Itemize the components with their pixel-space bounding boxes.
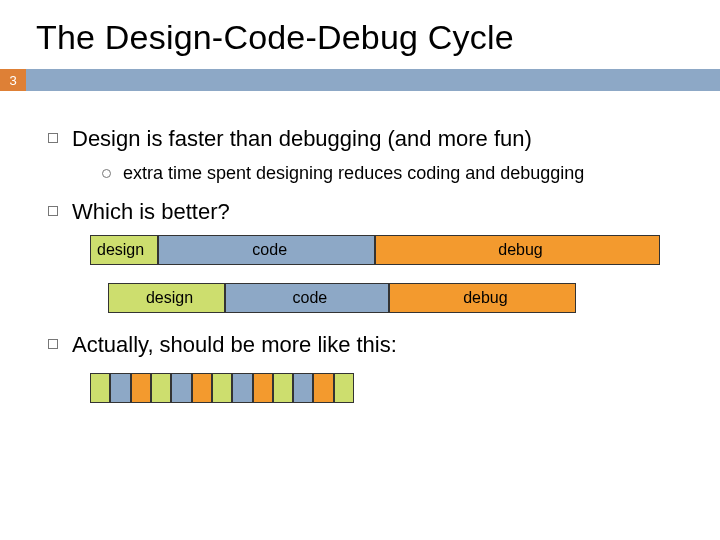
slice-design bbox=[212, 373, 232, 403]
slice-code bbox=[171, 373, 191, 403]
slice-code bbox=[293, 373, 313, 403]
bullet-text: Which is better? bbox=[72, 198, 230, 226]
slice-debug bbox=[313, 373, 333, 403]
segment-design: design bbox=[108, 283, 225, 313]
interleaved-bar bbox=[90, 373, 354, 403]
header-band: 3 bbox=[0, 69, 720, 91]
segment-design: design bbox=[90, 235, 158, 265]
slice-debug bbox=[131, 373, 151, 403]
bullet-level2: extra time spent designing reduces codin… bbox=[102, 163, 686, 184]
bullet-level1: Design is faster than debugging (and mor… bbox=[48, 125, 686, 153]
slice-debug bbox=[253, 373, 273, 403]
slide: The Design-Code-Debug Cycle 3 Design is … bbox=[0, 0, 720, 540]
segment-code: code bbox=[158, 235, 375, 265]
segment-debug: debug bbox=[389, 283, 576, 313]
slice-design bbox=[334, 373, 354, 403]
content-area: Design is faster than debugging (and mor… bbox=[0, 91, 720, 403]
slice-code bbox=[110, 373, 130, 403]
square-bullet-icon bbox=[48, 133, 58, 143]
effort-bar-1: design code debug bbox=[90, 235, 660, 265]
slice-design bbox=[90, 373, 110, 403]
slice-code bbox=[232, 373, 252, 403]
slice-debug bbox=[192, 373, 212, 403]
bullet-text: Design is faster than debugging (and mor… bbox=[72, 125, 532, 153]
bullet-text: Actually, should be more like this: bbox=[72, 331, 397, 359]
slide-number: 3 bbox=[0, 69, 26, 91]
bullet-level1: Actually, should be more like this: bbox=[48, 331, 686, 359]
segment-debug: debug bbox=[375, 235, 660, 265]
square-bullet-icon bbox=[48, 206, 58, 216]
circle-bullet-icon bbox=[102, 169, 111, 178]
bullet-level1: Which is better? bbox=[48, 198, 686, 226]
square-bullet-icon bbox=[48, 339, 58, 349]
interleaved-bar-wrap bbox=[90, 373, 686, 403]
comparison-bars: design code debug design code debug bbox=[90, 235, 686, 313]
segment-code: code bbox=[225, 283, 389, 313]
bullet-text: extra time spent designing reduces codin… bbox=[123, 163, 584, 184]
slice-design bbox=[273, 373, 293, 403]
effort-bar-2: design code debug bbox=[108, 283, 576, 313]
header-band-fill bbox=[26, 69, 720, 91]
slice-design bbox=[151, 373, 171, 403]
slide-title: The Design-Code-Debug Cycle bbox=[0, 0, 720, 69]
